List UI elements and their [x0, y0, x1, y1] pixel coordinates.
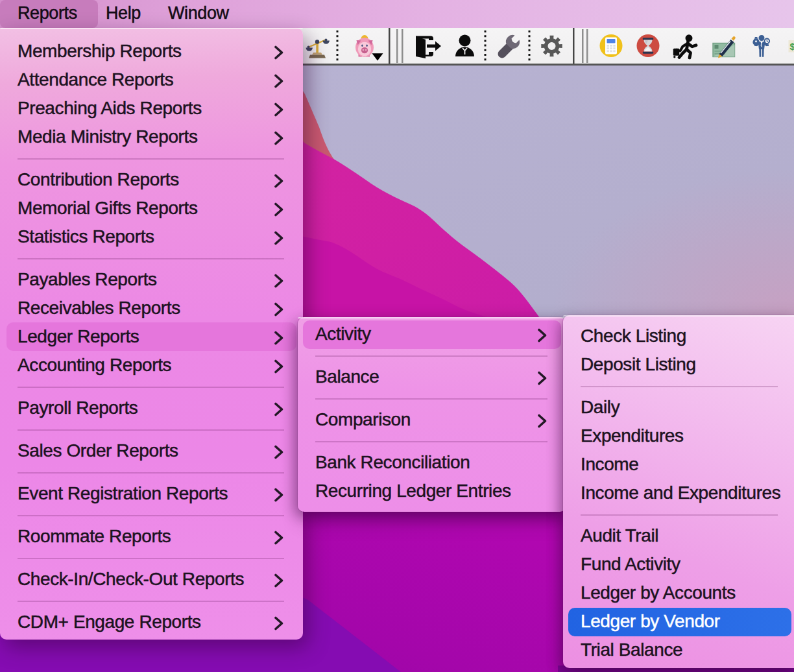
svg-text:$: $	[790, 42, 794, 52]
